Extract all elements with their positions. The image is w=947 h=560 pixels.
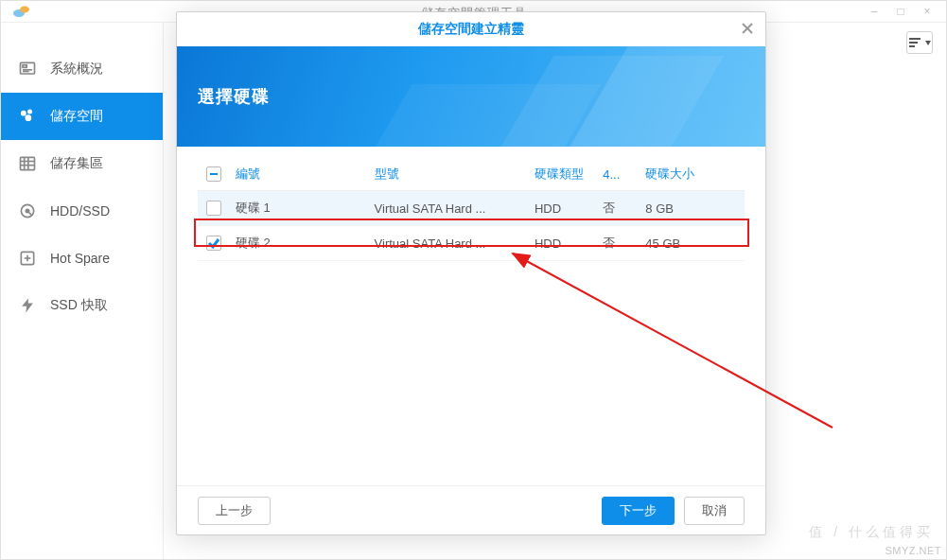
table-header-row: 編號 型號 硬碟類型 4... 硬碟大小 (198, 158, 745, 191)
sidebar-item-overview[interactable]: 系統概況 (1, 45, 163, 93)
sidebar-item-ssdcache[interactable]: SSD 快取 (1, 282, 163, 329)
sidebar: 系統概況 儲存空間 儲存集區 HDD/SSD Hot Spare SSD 快取 (1, 23, 164, 559)
next-button[interactable]: 下一步 (602, 497, 675, 525)
col-header-num[interactable]: 編號 (230, 158, 369, 191)
watermark-en: SMYZ.NET (885, 545, 941, 556)
dialog-title-bar: 儲存空間建立精靈 (177, 12, 765, 46)
svg-point-8 (26, 114, 32, 121)
col-header-4k[interactable]: 4... (597, 158, 640, 191)
cell-4k: 否 (597, 226, 640, 261)
cell-type: HDD (529, 226, 597, 261)
svg-point-7 (27, 110, 32, 114)
hdd-icon (16, 200, 39, 222)
row-checkbox[interactable] (206, 201, 221, 216)
cell-size: 45 GB (640, 226, 725, 261)
disk-table: 編號 型號 硬碟類型 4... 硬碟大小 硬碟 1 Virtual SATA H… (198, 158, 745, 261)
pool-icon (16, 152, 39, 175)
dialog-body: 編號 型號 硬碟類型 4... 硬碟大小 硬碟 1 Virtual SATA H… (177, 147, 765, 485)
cell-num: 硬碟 2 (230, 226, 369, 261)
select-all-checkbox[interactable] (206, 166, 221, 182)
sidebar-item-pool[interactable]: 儲存集區 (1, 140, 163, 187)
cell-num: 硬碟 1 (230, 191, 369, 226)
banner-title: 選擇硬碟 (198, 85, 270, 108)
overview-icon (16, 58, 39, 80)
app-logo-icon (12, 3, 31, 20)
sidebar-item-hdd[interactable]: HDD/SSD (1, 187, 163, 235)
col-header-size[interactable]: 硬碟大小 (640, 158, 725, 191)
cell-type: HDD (529, 191, 597, 226)
hotspare-icon (16, 247, 39, 270)
wizard-dialog: 儲存空間建立精靈 選擇硬碟 編號 型號 硬碟類型 4... 硬碟大小 (176, 11, 766, 535)
cell-model: Virtual SATA Hard ... (369, 226, 529, 261)
minimize-button[interactable]: – (861, 1, 887, 22)
svg-point-6 (21, 111, 26, 116)
col-header-model[interactable]: 型號 (369, 158, 529, 191)
svg-point-1 (20, 7, 29, 13)
cell-size: 8 GB (640, 191, 725, 226)
sidebar-item-label: 儲存集區 (50, 155, 103, 172)
svg-marker-20 (22, 299, 33, 313)
cancel-button[interactable]: 取消 (684, 497, 745, 525)
sidebar-item-label: 系統概況 (50, 61, 103, 78)
sidebar-item-hotspare[interactable]: Hot Spare (1, 235, 163, 282)
cell-model: Virtual SATA Hard ... (369, 191, 529, 226)
dialog-footer: 上一步 下一步 取消 (177, 485, 765, 534)
back-button[interactable]: 上一步 (198, 497, 271, 525)
row-checkbox[interactable] (206, 236, 221, 251)
table-row[interactable]: 硬碟 2 Virtual SATA Hard ... HDD 否 45 GB (198, 226, 745, 261)
watermark-cn: 值 / 什么值得买 (809, 524, 934, 541)
col-header-type[interactable]: 硬碟類型 (529, 158, 597, 191)
dialog-banner: 選擇硬碟 (177, 46, 765, 147)
close-window-button[interactable]: × (914, 1, 940, 22)
table-row[interactable]: 硬碟 1 Virtual SATA Hard ... HDD 否 8 GB (198, 191, 745, 226)
dialog-title: 儲存空間建立精靈 (418, 21, 524, 38)
sidebar-item-label: 儲存空間 (50, 108, 103, 125)
sidebar-item-label: SSD 快取 (50, 297, 108, 314)
maximize-button[interactable]: □ (887, 1, 914, 22)
dialog-close-button[interactable] (739, 20, 756, 37)
ssdcache-icon (16, 294, 39, 317)
svg-rect-3 (23, 65, 26, 68)
sidebar-item-label: HDD/SSD (50, 203, 110, 219)
sidebar-item-volume[interactable]: 儲存空間 (1, 93, 163, 140)
cell-4k: 否 (597, 191, 640, 226)
sidebar-item-label: Hot Spare (50, 251, 110, 266)
window-controls: – □ × (861, 1, 940, 22)
volume-icon (16, 105, 39, 128)
svg-line-16 (27, 211, 32, 216)
